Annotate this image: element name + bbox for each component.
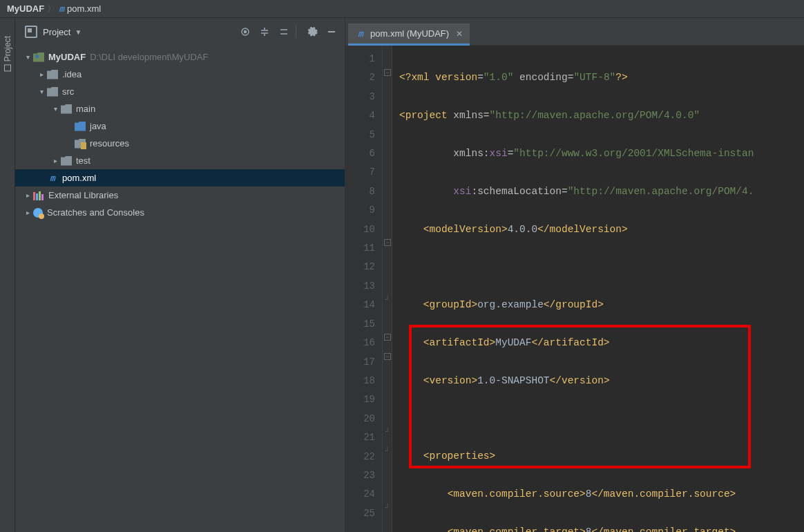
tree-resources[interactable]: resources	[15, 135, 345, 152]
svg-point-1	[245, 31, 247, 33]
folder-icon	[47, 70, 58, 79]
tree-main[interactable]: ▾ main	[15, 100, 345, 117]
fold-marker[interactable]: −	[384, 239, 391, 246]
project-panel-header: Project ▼	[15, 18, 345, 46]
breadcrumb: MyUDAF 〉 m pom.xml	[0, 0, 804, 18]
expand-all-icon[interactable]	[257, 24, 272, 39]
folder-icon	[61, 104, 72, 114]
tree-java[interactable]: java	[15, 117, 345, 135]
fold-end[interactable]: ┘	[384, 428, 391, 435]
editor-tab-pom[interactable]: m pom.xml (MyUDAF) ✕	[348, 23, 470, 46]
breadcrumb-separator: 〉	[47, 3, 56, 15]
tree-src[interactable]: ▾ src	[15, 83, 345, 100]
tool-window-stripe: Project	[0, 18, 15, 532]
folder-icon	[61, 156, 72, 166]
tree-test[interactable]: ▸ test	[15, 152, 345, 169]
project-panel: Project ▼	[15, 18, 345, 532]
source-folder-icon	[75, 122, 86, 131]
collapse-all-icon[interactable]	[276, 24, 291, 39]
fold-end[interactable]: ┘	[384, 504, 391, 511]
editor: m pom.xml (MyUDAF) ✕ 1234567891011121314…	[345, 18, 804, 532]
hide-icon[interactable]	[324, 24, 339, 39]
select-opened-file-icon[interactable]	[238, 24, 253, 39]
fold-column[interactable]: − − ┘ − − ┘ ┘ ┘	[383, 46, 392, 532]
libraries-icon	[33, 191, 44, 200]
maven-file-icon: m	[59, 3, 64, 14]
fold-marker[interactable]: −	[384, 334, 391, 341]
chevron-down-icon[interactable]: ▼	[75, 28, 82, 36]
tree-idea[interactable]: ▸ .idea	[15, 66, 345, 83]
project-tool-tab[interactable]: Project	[1, 32, 14, 75]
editor-tab-label: pom.xml (MyUDAF)	[370, 28, 449, 39]
breadcrumb-file[interactable]: pom.xml	[67, 3, 101, 14]
project-panel-title[interactable]: Project	[43, 27, 70, 37]
editor-tab-bar: m pom.xml (MyUDAF) ✕	[345, 18, 804, 46]
gear-icon[interactable]	[305, 24, 320, 39]
separator	[296, 26, 296, 38]
resources-folder-icon	[75, 139, 86, 149]
tree-pom[interactable]: m pom.xml	[15, 169, 345, 187]
folder-icon	[47, 87, 58, 97]
breadcrumb-root[interactable]: MyUDAF	[7, 3, 44, 14]
scratches-icon	[33, 208, 43, 218]
project-tree[interactable]: ▾ MyUDAF D:\DLI development\MyUDAF ▸ .id…	[15, 46, 345, 532]
fold-marker[interactable]: −	[384, 353, 391, 360]
line-number-gutter: 1234567891011121314151617181920212223242…	[345, 46, 383, 532]
fold-end[interactable]: ┘	[384, 448, 391, 455]
code-area[interactable]: <?xml version="1.0" encoding="UTF-8"?> <…	[392, 46, 804, 532]
tree-scratches[interactable]: ▸ Scratches and Consoles	[15, 204, 345, 221]
editor-body[interactable]: 1234567891011121314151617181920212223242…	[345, 46, 804, 532]
maven-file-icon: m	[47, 173, 58, 183]
module-icon	[33, 53, 44, 62]
project-icon	[25, 26, 37, 38]
maven-file-icon: m	[355, 28, 366, 39]
tree-external-libraries[interactable]: ▸ External Libraries	[15, 187, 345, 204]
tree-root[interactable]: ▾ MyUDAF D:\DLI development\MyUDAF	[15, 48, 345, 66]
fold-marker[interactable]: −	[384, 69, 391, 76]
close-icon[interactable]: ✕	[456, 29, 463, 39]
fold-end[interactable]: ┘	[384, 296, 391, 303]
